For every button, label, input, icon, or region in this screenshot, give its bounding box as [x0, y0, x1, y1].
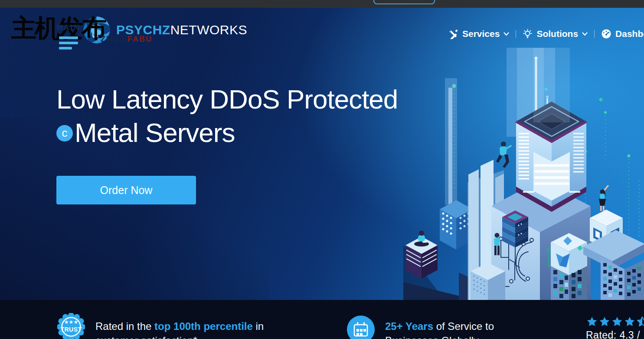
trust-line1: Rated in the top 100th percentile in [95, 319, 264, 333]
brand-secondary: NETWORKS [170, 23, 247, 37]
watermark-sub-text: MAIN [56, 23, 80, 32]
years-text: 25+ Years of Service to Businesses Globa… [385, 319, 494, 339]
top-cutoff-button[interactable] [373, 0, 435, 4]
hero-heading-line1: Low Latency DDoS Protected [56, 82, 398, 116]
chevron-down-icon [582, 32, 588, 36]
star-icon [611, 316, 623, 328]
nav-label-services: Services [462, 29, 500, 39]
trust-band: ★★★ TRUST Rated in the top 100th percent… [0, 300, 644, 339]
rating-block: Rated: 4.3 / 5.0 [586, 316, 644, 339]
brand-logo[interactable]: PSYCHZNETWORKS [82, 16, 247, 44]
star-icon [624, 316, 636, 328]
hero-heading: Low Latency DDoS Protected cMetal Server… [56, 82, 398, 149]
hero-section: PSYCHZNETWORKS Services Solutions [0, 8, 644, 300]
hero-heading-line2: cMetal Servers [56, 116, 398, 149]
dashboard-icon [601, 29, 611, 39]
psychz-swirl-icon [82, 16, 111, 44]
trust-text: Rated in the top 100th percentile in cus… [95, 319, 264, 339]
trust-seal-icon: ★★★ TRUST [57, 313, 85, 339]
calendar-icon [347, 316, 375, 339]
years-line2: Businesses Globally [385, 333, 494, 339]
nav-item-dashboard[interactable]: Dashboard [601, 29, 644, 39]
c-badge[interactable]: c [56, 125, 73, 142]
brand-primary: PSYCHZ [116, 23, 170, 37]
tools-icon [448, 29, 458, 39]
trust-seal-label: TRUST [60, 326, 82, 333]
trust-line2: customer satisfaction* [95, 333, 264, 339]
figure-woman [599, 186, 608, 211]
years-line1: 25+ Years of Service to [385, 319, 494, 333]
nav-separator [516, 30, 516, 38]
lightbulb-icon [523, 29, 533, 39]
brand-name: PSYCHZNETWORKS [116, 23, 247, 37]
trust-stars-glyph: ★★★ [64, 319, 78, 325]
rating-label: Rated: 4.3 / 5.0 [586, 329, 644, 339]
hero-heading-line2-text: Metal Servers [75, 118, 235, 148]
figure-runner [496, 142, 511, 168]
years-highlight: 25+ Years [385, 320, 433, 332]
main-nav: Services Solutions [448, 26, 644, 42]
nav-label-solutions: Solutions [536, 29, 578, 39]
star-row [586, 316, 644, 329]
nav-separator [594, 30, 595, 38]
star-icon [636, 316, 644, 328]
star-icon [586, 316, 598, 328]
nav-item-solutions[interactable]: Solutions [523, 29, 588, 39]
nav-item-services[interactable]: Services [448, 29, 509, 39]
chevron-down-icon [503, 32, 509, 36]
order-now-button[interactable]: Order Now [56, 176, 196, 204]
top-bar [0, 0, 644, 8]
nav-label-dashboard: Dashboard [615, 29, 644, 39]
star-icon [598, 316, 611, 328]
server-illustration [403, 48, 644, 300]
trust-highlight: top 100th percentile [154, 320, 253, 332]
